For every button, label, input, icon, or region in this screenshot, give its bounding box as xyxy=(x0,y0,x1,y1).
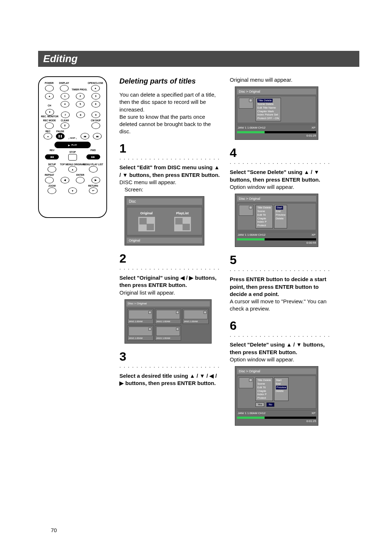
section-header: Editing xyxy=(38,51,359,67)
step-4-bold: Select "Scene Delete" using ▲ / ▼ button… xyxy=(230,169,331,183)
step-number-3: 3 xyxy=(119,350,221,362)
label-return: RETURN xyxy=(88,185,98,187)
label-recmon: REC. MONITOR xyxy=(41,116,58,118)
disc-item-playlist: PlayList xyxy=(176,211,189,215)
scene-left-list: Title Delete Scene Edit Tit Chapte Index… xyxy=(256,205,273,228)
label-cmskip: CM SKIP xyxy=(91,119,101,122)
btn-skip-fwd: ⏭ xyxy=(93,133,102,139)
label-enter: ENTER xyxy=(76,174,84,177)
subsection-title: Deleting parts of titles xyxy=(119,76,221,86)
btn-9: 9 xyxy=(91,112,100,118)
label-open: OPEN/CLOSE xyxy=(88,82,103,85)
screen-label: Screen: xyxy=(124,186,221,193)
grid-cap: JAN/1 1:00AM xyxy=(128,320,152,323)
btn-6: 6 xyxy=(91,101,100,108)
opt-yes: Yes xyxy=(256,402,264,407)
btn-8: 8 xyxy=(76,112,85,118)
label-recmode: REC MODE xyxy=(43,119,56,122)
step-3-bold: Select a desired title using ▲ / ▼ / ◀ /… xyxy=(119,372,221,387)
btn-pause: ❚❚ xyxy=(56,133,65,139)
label-pause: PAUSE xyxy=(56,130,64,133)
btn-3: 3 xyxy=(91,93,100,100)
btn-power xyxy=(45,85,54,92)
page-number: 70 xyxy=(51,527,57,533)
btn-skip-back: ⏮ xyxy=(81,133,89,139)
btn-enter xyxy=(76,177,85,183)
btn-rev: ◀◀ xyxy=(45,154,59,159)
screen-original-menu: Disc > Original Title Delete Scene Delet… xyxy=(235,86,318,140)
label-display: DISPLAY xyxy=(59,82,69,85)
step-2-bold: Select "Original" using ◀ / ▶ buttons, t… xyxy=(119,274,221,289)
step-divider: . . . . . . . . . . . . . . . . . . . . … xyxy=(230,266,331,273)
btn-ch-up: ▲ xyxy=(45,93,54,100)
btn-recmode xyxy=(45,122,54,129)
btn-display xyxy=(60,85,69,92)
btn-zoom xyxy=(48,187,56,194)
label-timer: TIMER PROG. xyxy=(72,89,87,91)
btn-setup xyxy=(48,166,56,173)
screen-disc: Disc Original PlayList Original xyxy=(124,196,204,246)
step-number-5: 5 xyxy=(230,254,331,266)
step-divider: . . . . . . . . . . . . . . . . . . . . … xyxy=(230,159,331,166)
content-columns: POWER DISPLAY TIMER PROG. OPEN/CLOSE▲ ▲ … xyxy=(38,76,359,429)
label-repeat: REPEAT xyxy=(45,174,54,177)
btn-return: ↩ xyxy=(89,187,98,194)
label-zoom: ZOOM xyxy=(49,185,56,187)
step-divider: . . . . . . . . . . . . . . . . . . . . … xyxy=(119,264,221,271)
btn-7: 7 xyxy=(61,112,70,118)
step-number-1: 1 xyxy=(119,142,221,154)
btn-stop: ■ xyxy=(68,154,77,161)
btn-open: ▲ xyxy=(91,85,100,92)
label-ch: CH xyxy=(48,105,51,107)
opt-no: No xyxy=(266,402,274,407)
btn-right: ▶ xyxy=(91,177,100,183)
btn-rec: ● xyxy=(44,133,52,139)
step-number-4: 4 xyxy=(230,146,331,159)
label-skip: ┌ SKIP ┐ xyxy=(68,137,77,139)
label-setup: SETUP xyxy=(48,163,56,166)
orig-menu-list: Title Delete Scene Delete Edit Title Nam… xyxy=(256,98,281,121)
btn-ch-dn: ▼ xyxy=(45,109,54,116)
label-menu: MENU/ PLAY LIST xyxy=(83,163,103,166)
step-2-plain: Original list will appear. xyxy=(119,289,221,296)
step-divider: . . . . . . . . . . . . . . . . . . . . … xyxy=(119,154,221,161)
remote-control: POWER DISPLAY TIMER PROG. OPEN/CLOSE▲ ▲ … xyxy=(38,76,107,218)
step-5-bold: Press ENTER button to decide a start poi… xyxy=(230,276,331,298)
remote-column: POWER DISPLAY TIMER PROG. OPEN/CLOSE▲ ▲ … xyxy=(38,76,111,429)
screen-scene-delete: Disc > Original Title Delete Scene Edit … xyxy=(235,194,318,247)
btn-up: ▲ xyxy=(68,166,77,173)
step-divider: . . . . . . . . . . . . . . . . . . . . … xyxy=(230,332,331,339)
step-6-bold: Select "Delete" using ▲ / ▼ buttons, the… xyxy=(230,341,331,356)
confirm-options: Yes No xyxy=(256,402,289,407)
screen-original-list: Disc > Original JAN/1 1:00AM JAN/1 1:00A… xyxy=(124,299,212,344)
disc-status: Original xyxy=(127,238,202,243)
label-rev: REV xyxy=(50,149,54,152)
label-clear: CLEAR xyxy=(61,119,69,122)
thumb-icon xyxy=(239,98,253,109)
step-1-bold: Select "Edit" from DISC menu using ▲ / ▼… xyxy=(119,164,221,179)
label-stop: STOP xyxy=(69,151,76,154)
btn-menu xyxy=(89,166,98,173)
btn-1: 1 xyxy=(61,93,69,100)
step-3-plain: Original menu will appear. xyxy=(230,76,331,84)
text-column-right: Original menu will appear. Disc > Origin… xyxy=(230,76,331,429)
thumb-icon xyxy=(239,377,253,388)
btn-cmskip xyxy=(91,122,100,129)
step-6-plain: Option window will appear. xyxy=(230,356,331,363)
grid-title: Disc > Original xyxy=(126,301,210,307)
label-power: POWER xyxy=(45,82,54,85)
btn-left: ◀ xyxy=(61,177,69,183)
screen-confirm: Disc > Original Title Delete Scene Edit … xyxy=(235,366,318,425)
confirm-left-list: Title Delete Scene Edit Tit Chapte Index… xyxy=(256,377,273,401)
step-number-2: 2 xyxy=(119,252,221,264)
btn-4: 4 xyxy=(61,101,69,108)
btn-down: ▼ xyxy=(68,187,77,194)
step-5-plain: A cursor will move to "Preview." You can… xyxy=(230,298,331,313)
btn-2: 2 xyxy=(76,93,85,100)
disc-item-original: Original xyxy=(140,211,152,215)
btn-fwd: ▶▶ xyxy=(86,154,100,159)
btn-repeat xyxy=(45,177,54,183)
label-rec: REC xyxy=(45,130,50,133)
label-top: TOP MENU/ ORIGINAL xyxy=(60,163,85,166)
step-4-plain: Option window will appear. xyxy=(230,183,331,191)
